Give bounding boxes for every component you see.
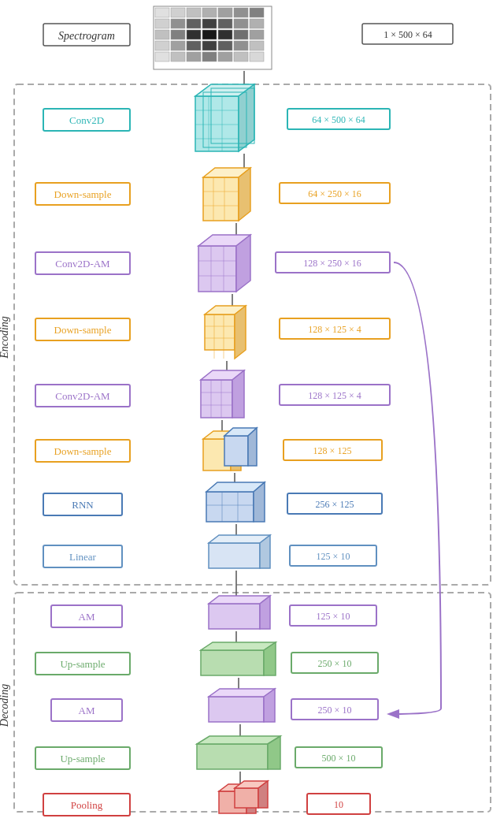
am2-dim: 250 × 10 (318, 705, 352, 716)
svg-rect-13 (234, 19, 248, 28)
svg-rect-26 (218, 41, 232, 50)
svg-rect-19 (218, 30, 232, 39)
am1-label: AM (79, 611, 95, 623)
svg-rect-25 (202, 41, 217, 50)
svg-rect-27 (234, 41, 248, 50)
svg-marker-58 (239, 168, 250, 221)
svg-marker-135 (201, 642, 276, 650)
svg-rect-148 (197, 744, 268, 769)
svg-rect-12 (218, 19, 232, 28)
svg-rect-9 (171, 19, 185, 28)
upsample1-dim: 250 × 10 (318, 658, 352, 669)
svg-rect-35 (250, 52, 264, 61)
conv2dam1-dim: 128 × 250 × 16 (303, 258, 361, 269)
svg-rect-2 (171, 8, 185, 17)
svg-rect-23 (171, 41, 185, 50)
svg-rect-5 (218, 8, 232, 17)
conv2dam2-dim: 128 × 125 × 4 (308, 390, 361, 401)
pooling-dim: 10 (334, 799, 343, 810)
downsample3-label: Down-sample (54, 445, 112, 457)
downsample2-label: Down-sample (54, 324, 112, 336)
conv2dam1-label: Conv2D-AM (55, 258, 110, 270)
linear-dim: 125 × 10 (317, 551, 350, 562)
svg-rect-17 (187, 30, 201, 39)
decoding-label: Decoding (0, 684, 10, 727)
svg-rect-32 (202, 52, 217, 61)
upsample2-label: Up-sample (60, 753, 105, 764)
svg-rect-127 (209, 604, 260, 629)
downsample2-dim: 128 × 125 × 4 (308, 324, 361, 335)
svg-rect-18 (202, 30, 217, 39)
conv2d-label: Conv2D (69, 114, 104, 126)
svg-rect-1 (155, 8, 169, 17)
conv2dam2-label: Conv2D-AM (55, 390, 110, 402)
upsample2-dim: 500 × 10 (322, 753, 356, 764)
svg-rect-16 (171, 30, 185, 39)
svg-rect-120 (209, 543, 260, 568)
svg-rect-67 (198, 246, 236, 292)
svg-rect-15 (155, 30, 169, 39)
svg-rect-141 (209, 697, 264, 722)
rnn-label: RNN (72, 499, 94, 511)
spectrogram-dim: 1 × 500 × 64 (384, 29, 432, 40)
svg-marker-149 (197, 736, 280, 744)
conv2d-dim: 64 × 500 × 64 (312, 114, 365, 125)
svg-rect-33 (218, 52, 232, 61)
svg-rect-10 (187, 19, 201, 28)
am2-label: AM (79, 705, 95, 716)
pooling-label: Pooling (71, 799, 103, 811)
svg-rect-24 (187, 41, 201, 50)
svg-rect-31 (187, 52, 201, 61)
encoding-label: Encoding (0, 316, 10, 359)
svg-rect-29 (155, 52, 169, 61)
svg-rect-6 (234, 8, 248, 17)
svg-rect-89 (201, 380, 232, 418)
svg-rect-4 (202, 8, 217, 17)
svg-rect-103 (224, 436, 248, 466)
upsample1-label: Up-sample (60, 658, 105, 670)
downsample1-dim: 64 × 250 × 16 (308, 188, 361, 199)
svg-rect-158 (235, 788, 258, 808)
svg-rect-56 (203, 177, 239, 221)
linear-label: Linear (69, 551, 97, 563)
am1-dim: 125 × 10 (317, 611, 350, 622)
svg-rect-30 (171, 52, 185, 61)
spectrogram-label: Spectrogram (58, 30, 115, 42)
svg-marker-80 (235, 306, 246, 359)
svg-rect-7 (250, 8, 264, 17)
svg-rect-134 (201, 650, 264, 675)
svg-rect-22 (155, 41, 169, 50)
svg-rect-28 (250, 41, 264, 50)
svg-rect-21 (250, 30, 264, 39)
svg-rect-20 (234, 30, 248, 39)
svg-rect-8 (155, 19, 169, 28)
svg-rect-14 (250, 19, 264, 28)
svg-rect-78 (205, 314, 235, 350)
svg-rect-11 (202, 19, 217, 28)
svg-rect-110 (206, 492, 254, 522)
svg-rect-34 (234, 52, 248, 61)
rnn-dim: 256 × 125 (316, 499, 354, 510)
downsample3-dim: 128 × 125 (313, 445, 352, 456)
downsample1-label: Down-sample (54, 188, 112, 200)
svg-rect-3 (187, 8, 201, 17)
